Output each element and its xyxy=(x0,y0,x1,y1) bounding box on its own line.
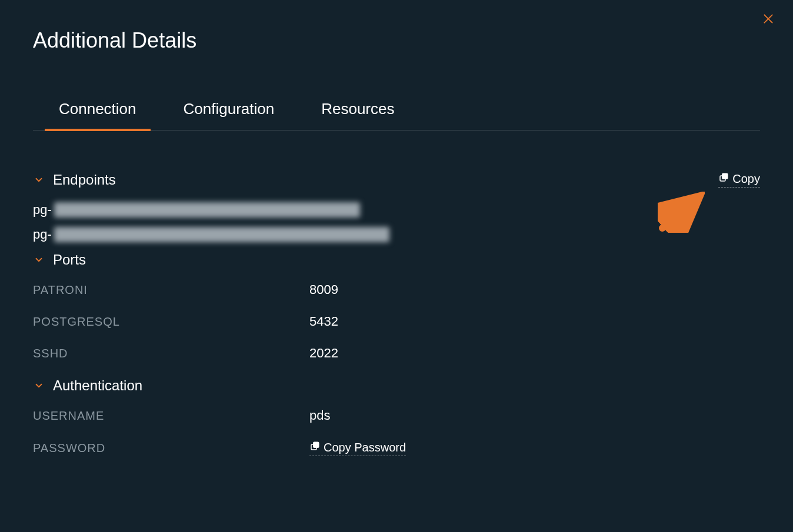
tabs: Connection Configuration Resources xyxy=(33,100,760,131)
endpoint-redacted xyxy=(54,227,389,242)
copy-endpoints-button[interactable]: Copy xyxy=(718,172,760,188)
port-row-patroni: PATRONI 8009 xyxy=(33,282,760,297)
svg-rect-3 xyxy=(722,173,728,179)
endpoint-redacted xyxy=(54,202,360,218)
close-button[interactable] xyxy=(760,12,777,28)
ports-header: Ports xyxy=(33,252,760,268)
ports-title: Ports xyxy=(53,252,86,268)
tab-connection[interactable]: Connection xyxy=(59,100,136,130)
copy-icon xyxy=(309,441,320,454)
tab-configuration[interactable]: Configuration xyxy=(184,100,275,130)
endpoint-prefix: pg- xyxy=(33,202,52,218)
endpoint-item: pg- xyxy=(33,202,760,218)
auth-title: Authentication xyxy=(53,377,142,394)
port-key: PATRONI xyxy=(33,283,309,297)
endpoint-item: pg- xyxy=(33,227,760,242)
chevron-down-icon[interactable] xyxy=(33,380,45,392)
auth-header: Authentication xyxy=(33,377,760,394)
port-value: 5432 xyxy=(309,314,338,329)
copy-label: Copy xyxy=(732,172,760,186)
auth-key: PASSWORD xyxy=(33,441,309,455)
auth-key: USERNAME xyxy=(33,409,309,423)
tab-resources[interactable]: Resources xyxy=(321,100,394,130)
copy-password-label: Copy Password xyxy=(324,441,406,454)
chevron-down-icon[interactable] xyxy=(33,174,45,186)
endpoint-prefix: pg- xyxy=(33,227,52,242)
port-key: SSHD xyxy=(33,347,309,360)
details-modal: Additional Details Connection Configurat… xyxy=(0,0,793,532)
tab-content: Endpoints Copy pg- pg- xyxy=(33,131,760,456)
chevron-down-icon[interactable] xyxy=(33,254,45,266)
auth-row-password: PASSWORD Copy Password xyxy=(33,440,760,456)
endpoints-header: Endpoints Copy xyxy=(33,172,760,188)
close-icon xyxy=(762,13,774,27)
svg-rect-5 xyxy=(314,442,319,447)
copy-password-button[interactable]: Copy Password xyxy=(309,441,406,456)
endpoints-title: Endpoints xyxy=(53,172,116,188)
copy-icon xyxy=(718,172,729,186)
auth-value: pds xyxy=(309,408,330,423)
port-key: POSTGRESQL xyxy=(33,315,309,329)
port-row-postgresql: POSTGRESQL 5432 xyxy=(33,314,760,329)
port-row-sshd: SSHD 2022 xyxy=(33,346,760,361)
page-title: Additional Details xyxy=(33,28,760,53)
auth-row-username: USERNAME pds xyxy=(33,408,760,423)
port-value: 8009 xyxy=(309,282,338,297)
port-value: 2022 xyxy=(309,346,338,361)
